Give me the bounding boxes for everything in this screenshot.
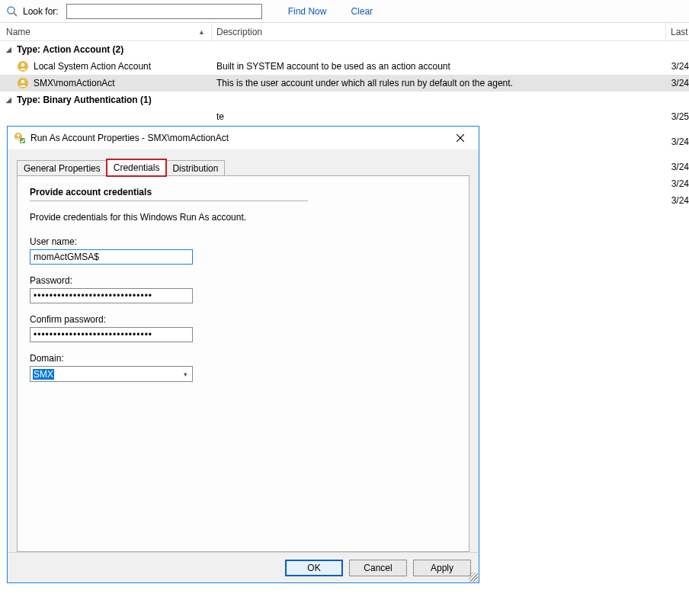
dialog-titlebar[interactable]: Run As Account Properties - SMX\momActio… <box>8 127 479 149</box>
collapse-icon[interactable]: ◢ <box>6 46 14 53</box>
group-binary-label: Type: Binary Authentication (1) <box>17 95 152 105</box>
cancel-button[interactable]: Cancel <box>349 560 407 576</box>
column-header-name-label: Name <box>6 27 30 37</box>
password-label: Password: <box>30 275 457 286</box>
table-row[interactable]: te 3/25 <box>0 108 689 125</box>
search-toolbar: Look for: Find Now Clear <box>0 0 689 23</box>
clear-link[interactable]: Clear <box>351 6 373 17</box>
svg-point-0 <box>8 7 14 14</box>
chevron-down-icon[interactable]: ▾ <box>178 371 192 378</box>
username-label: User name: <box>30 236 457 247</box>
domain-label: Domain: <box>30 353 457 364</box>
account-icon <box>17 77 29 89</box>
sort-asc-icon: ▲ <box>198 28 205 36</box>
panel-hint: Provide credentials for this Windows Run… <box>30 212 457 223</box>
row-description: This is the user account under which all… <box>212 78 666 88</box>
dialog-title: Run As Account Properties - SMX\momActio… <box>30 133 441 143</box>
dialog-icon <box>14 132 26 144</box>
domain-selected: SMX <box>30 368 178 380</box>
dialog-body: General Properties Credentials Distribut… <box>8 149 479 552</box>
column-header-name[interactable]: Name ▲ <box>0 23 212 40</box>
tab-general-properties[interactable]: General Properties <box>17 160 107 176</box>
search-input[interactable] <box>66 4 262 19</box>
ok-button[interactable]: OK <box>285 560 343 576</box>
panel-rule <box>30 201 308 201</box>
row-description: Built in SYSTEM account to be used as an… <box>212 61 666 72</box>
row-name: SMX\momActionAct <box>34 78 115 88</box>
find-now-link[interactable]: Find Now <box>288 6 327 17</box>
tab-credentials[interactable]: Credentials <box>107 159 167 176</box>
svg-point-7 <box>17 134 20 137</box>
table-row[interactable]: SMX\momActionAct This is the user accoun… <box>0 75 689 91</box>
row-name: Local System Action Account <box>34 61 151 72</box>
domain-combobox[interactable]: SMX ▾ <box>30 366 193 382</box>
row-last: 3/25 <box>666 111 689 122</box>
apply-button[interactable]: Apply <box>413 560 471 576</box>
confirm-password-label: Confirm password: <box>30 314 457 325</box>
column-header-description[interactable]: Description <box>212 23 666 40</box>
run-as-properties-dialog: Run As Account Properties - SMX\momActio… <box>7 126 479 583</box>
tab-distribution[interactable]: Distribution <box>165 160 225 176</box>
row-last: 3/24 <box>666 61 689 72</box>
group-binary-auth[interactable]: ◢ Type: Binary Authentication (1) <box>0 91 689 108</box>
svg-point-3 <box>21 63 25 67</box>
confirm-password-input[interactable] <box>30 327 193 342</box>
group-action-label: Type: Action Account (2) <box>17 44 123 55</box>
table-row[interactable]: Local System Action Account Built in SYS… <box>0 58 689 75</box>
close-button[interactable] <box>445 127 476 149</box>
grid-header: Name ▲ Description Last <box>0 23 689 41</box>
look-for-label: Look for: <box>23 6 59 17</box>
group-action-account[interactable]: ◢ Type: Action Account (2) <box>0 41 689 58</box>
dialog-footer: OK Cancel Apply <box>8 552 479 582</box>
column-header-last[interactable]: Last <box>666 23 689 40</box>
account-icon <box>17 60 29 72</box>
row-last: 3/24 <box>666 78 689 88</box>
tab-strip: General Properties Credentials Distribut… <box>17 159 469 176</box>
search-icon <box>6 5 18 18</box>
close-icon <box>457 134 464 142</box>
password-input[interactable] <box>30 288 193 303</box>
collapse-icon[interactable]: ◢ <box>6 96 14 104</box>
panel-title: Provide account credentials <box>30 187 457 197</box>
username-input[interactable] <box>30 249 193 265</box>
svg-point-5 <box>21 80 25 84</box>
svg-line-1 <box>14 13 17 16</box>
credentials-panel: Provide account credentials Provide cred… <box>17 175 469 552</box>
resize-grip[interactable] <box>469 573 478 582</box>
